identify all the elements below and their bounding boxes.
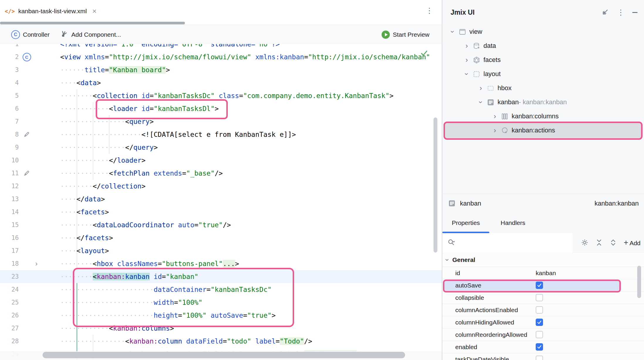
checkbox-taskDueDateVisible[interactable]: [536, 356, 543, 360]
tab-kanban-task-list-view[interactable]: </> kanban-task-list-view.xml ✕: [5, 4, 97, 19]
section-general-label: General: [452, 256, 475, 263]
properties-scrollbar[interactable]: [637, 266, 641, 298]
columns-icon: [499, 112, 510, 120]
editor-pane: </> kanban-task-list-view.xml ✕ ⋮ C Cont…: [0, 0, 442, 360]
code-line[interactable]: 11············<fetchPlan extends="_base"…: [0, 167, 442, 180]
vertical-scrollbar[interactable]: [434, 117, 437, 253]
tree-item-view[interactable]: ›view: [442, 25, 644, 39]
tab-handlers[interactable]: Handlers: [495, 213, 531, 233]
line-number: 8: [0, 128, 19, 141]
property-row-autoSave[interactable]: autoSave: [442, 279, 644, 292]
edit-gutter-icon[interactable]: [21, 167, 32, 180]
controller-button[interactable]: C Controller: [11, 30, 50, 39]
chevron-down-icon[interactable]: ›: [463, 70, 471, 78]
code-line[interactable]: 3······title="Kanban board">: [0, 63, 442, 76]
start-preview-button[interactable]: Start Preview: [382, 25, 429, 44]
checkbox-columnActionsEnabled[interactable]: [536, 306, 543, 314]
chevron-down-icon[interactable]: ›: [477, 98, 485, 107]
chevron-right-icon[interactable]: ›: [476, 84, 485, 92]
hbox-icon: [485, 84, 496, 92]
line-number: 7: [0, 115, 19, 128]
property-row-taskDueDateVisible[interactable]: taskDueDateVisible: [442, 353, 644, 360]
checkbox-collapsible[interactable]: [536, 294, 543, 301]
property-row-columnActionsEnabled[interactable]: columnActionsEnabled: [442, 304, 644, 316]
panel-options-kebab-icon[interactable]: ⋮: [617, 8, 625, 17]
tree-item-label: kanban: [498, 98, 519, 106]
tree-item-kanban[interactable]: ›kanban - kanban:kanban: [442, 95, 644, 109]
expand-all-icon[interactable]: [610, 239, 617, 247]
code-line[interactable]: 12········</collection>: [0, 180, 442, 193]
code-line[interactable]: 1<?xml version="1.0" encoding="UTF-8" st…: [0, 44, 442, 51]
fold-chevron-icon[interactable]: ›: [32, 257, 41, 270]
code-line[interactable]: 14····<facets>: [0, 206, 442, 218]
property-row-id[interactable]: idkanban: [442, 267, 644, 279]
editor-options-kebab-icon[interactable]: ⋮: [424, 4, 435, 17]
collapse-all-icon[interactable]: [596, 239, 603, 247]
controller-gutter-icon[interactable]: C: [21, 51, 32, 63]
property-name: columnReorderingAllowed: [455, 331, 536, 338]
chevron-right-icon[interactable]: ›: [462, 56, 471, 64]
inspection-ok-icon[interactable]: [420, 49, 429, 59]
checkbox-enabled[interactable]: [536, 343, 543, 351]
dock-panel-icon[interactable]: [602, 8, 609, 17]
code-line[interactable]: 28················<kanban:column dataFie…: [0, 335, 442, 348]
code-line[interactable]: 8····················<![CDATA[select e f…: [0, 128, 442, 141]
code-line[interactable]: 17····<layout>: [0, 244, 442, 257]
line-number: 28: [0, 335, 19, 348]
line-number: 15: [0, 218, 19, 231]
chevron-down-icon[interactable]: ›: [449, 27, 457, 36]
code-line[interactable]: 16····</facets>: [0, 231, 442, 244]
settings-gear-icon[interactable]: [581, 239, 589, 248]
tree-item-layout[interactable]: ›layout: [442, 67, 644, 81]
edit-gutter-icon[interactable]: [21, 128, 32, 141]
chevron-right-icon[interactable]: ›: [490, 112, 499, 120]
code-editor[interactable]: 1<?xml version="1.0" encoding="UTF-8" st…: [0, 44, 442, 360]
code-line[interactable]: 10············</loader>: [0, 154, 442, 167]
property-name: id: [455, 270, 536, 277]
chevron-right-icon[interactable]: ›: [462, 42, 471, 50]
code-text: ············</loader>: [60, 154, 146, 167]
code-line[interactable]: 9················</query>: [0, 141, 442, 154]
line-number: 11: [0, 167, 19, 180]
property-value[interactable]: kanban: [536, 270, 556, 277]
selected-component-type: kanban:kanban: [595, 200, 639, 207]
line-number: 18: [0, 257, 19, 270]
minimize-panel-icon[interactable]: [632, 12, 638, 13]
property-row-enabled[interactable]: enabled: [442, 341, 644, 353]
property-search-input[interactable]: [442, 233, 573, 253]
actions-icon: [499, 127, 510, 134]
tab-properties[interactable]: Properties: [442, 213, 489, 233]
property-row-columnHidingAllowed[interactable]: columnHidingAllowed: [442, 316, 644, 329]
search-icon: [447, 238, 456, 248]
code-line[interactable]: 2C<view xmlns="http://jmix.io/schema/flo…: [0, 51, 442, 63]
section-general[interactable]: › General: [442, 253, 644, 267]
tree-item-kanban-actions[interactable]: ›kanban:actions: [442, 123, 644, 137]
view-icon: [457, 28, 468, 36]
code-line[interactable]: 4····<data>: [0, 76, 442, 89]
code-text: ················</query>: [60, 141, 158, 154]
chevron-right-icon[interactable]: ›: [490, 126, 499, 134]
horizontal-scrollbar[interactable]: [43, 352, 405, 358]
checkbox-autoSave[interactable]: [536, 282, 543, 289]
tab-close-icon[interactable]: ✕: [92, 8, 97, 15]
code-text: <?xml version="1.0" encoding="UTF-8" sta…: [60, 44, 280, 51]
tree-item-label: view: [469, 28, 482, 36]
property-row-columnReorderingAllowed[interactable]: columnReorderingAllowed: [442, 329, 644, 341]
line-number: 27: [0, 322, 19, 335]
property-row-collapsible[interactable]: collapsible: [442, 292, 644, 304]
selected-component-name: kanban: [460, 200, 481, 207]
kanban-icon: [485, 98, 496, 106]
line-number: 17: [0, 244, 19, 257]
tree-item-hbox[interactable]: ›hbox: [442, 81, 644, 95]
add-property-button[interactable]: + Add: [624, 239, 640, 247]
tree-item-kanban-columns[interactable]: ›kanban:columns: [442, 109, 644, 123]
add-component-button[interactable]: Add Component...: [61, 30, 121, 39]
code-line[interactable]: 15········<dataLoadCoordinator auto="tru…: [0, 218, 442, 231]
checkbox-columnHidingAllowed[interactable]: [536, 319, 543, 326]
code-text: ········<dataLoadCoordinator auto="true"…: [60, 218, 231, 231]
chevron-down-icon: ›: [443, 255, 451, 265]
tree-item-data[interactable]: ›data: [442, 39, 644, 53]
code-line[interactable]: 13····</data>: [0, 193, 442, 206]
checkbox-columnReorderingAllowed[interactable]: [536, 331, 543, 338]
tree-item-facets[interactable]: ›facets: [442, 53, 644, 67]
